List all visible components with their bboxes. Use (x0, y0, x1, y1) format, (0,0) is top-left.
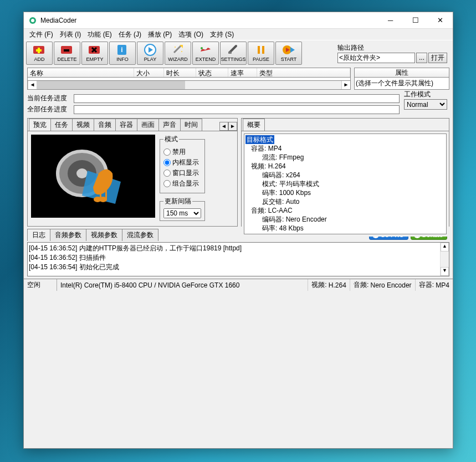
update-interval-title: 更新间隔 (163, 197, 192, 206)
status-audio: 音频: Nero Encoder (350, 279, 416, 291)
summary-tree[interactable]: 目标格式 容器: MP4 混流: FFmpeg 视频: H.264 编码器: x… (244, 134, 447, 234)
tab-video[interactable]: 视频 (72, 119, 94, 131)
tab-audio-params[interactable]: 音频参数 (50, 229, 86, 241)
tree-vbitrate: 码率: 1000 Kbps (245, 188, 445, 197)
main-window: MediaCoder ─ ☐ ✕ 文件 (F) 列表 (I) 功能 (E) 任务… (23, 12, 453, 449)
menu-options[interactable]: 选项 (O) (175, 29, 207, 40)
window-controls: ─ ☐ ✕ (378, 12, 453, 28)
tab-nav: ◄ ► (219, 122, 237, 131)
tab-log[interactable]: 日志 (27, 229, 50, 241)
scroll-down-icon[interactable]: ▼ (441, 267, 449, 276)
tree-vencoder: 编码器: x264 (245, 171, 445, 179)
tab-audio[interactable]: 音频 (94, 119, 116, 131)
tab-picture[interactable]: 画面 (137, 119, 159, 131)
file-list-hscroll[interactable]: ◄ ► (27, 81, 351, 90)
minimize-button[interactable]: ─ (378, 12, 403, 28)
app-icon (28, 16, 37, 25)
start-button[interactable]: START (275, 42, 302, 65)
menu-play[interactable]: 播放 (P) (145, 29, 175, 40)
tab-time[interactable]: 时间 (180, 119, 202, 131)
tab-preview[interactable]: 预览 (29, 119, 51, 131)
tab-sound[interactable]: 声音 (158, 119, 181, 131)
output-path-section: 输出路径 ... 打开 (337, 43, 451, 63)
log-box[interactable]: [04-15 16:36:52] 内建的HTTP服务器已经启动，工作于端口198… (27, 242, 449, 276)
tab-container[interactable]: 容器 (115, 119, 137, 131)
delete-button[interactable]: DELETE (54, 42, 80, 65)
menu-support[interactable]: 支持 (S) (207, 29, 237, 40)
middle-split: 预览 任务 视频 音频 容器 画面 声音 时间 ◄ ► (24, 118, 453, 227)
tree-video: 视频: H.264 (245, 162, 445, 171)
tab-nav-right-icon[interactable]: ► (228, 122, 237, 131)
tab-tasks[interactable]: 任务 (50, 119, 73, 131)
menu-function[interactable]: 功能 (E) (84, 29, 115, 40)
tab-mux-params[interactable]: 混流参数 (122, 229, 158, 241)
upper-content: 名称 大小 时长 状态 速率 类型 ◄ ► 属性 (选择一个文件显示其属性) (24, 65, 453, 90)
pause-button[interactable]: PAUSE (248, 42, 274, 65)
preview-mode-box: 模式 禁用 内框显示 窗口显示 组合显示 (160, 135, 205, 193)
preview-canvas (31, 135, 155, 218)
tree-vinter: 反交错: Auto (245, 197, 445, 206)
svg-rect-18 (262, 46, 264, 54)
status-state: 空闲 (24, 279, 57, 291)
svg-rect-6 (64, 49, 69, 52)
svg-point-13 (175, 47, 176, 48)
settings-button[interactable]: SETTINGS (220, 42, 247, 65)
work-mode-label: 工作模式 (404, 90, 447, 99)
tab-nav-left-icon[interactable]: ◄ (219, 122, 228, 131)
scroll-left-icon[interactable]: ◄ (28, 81, 37, 89)
menu-task[interactable]: 任务 (J) (115, 29, 145, 40)
progress-area: 当前任务进度 全部任务进度 工作模式 Normal (24, 90, 453, 118)
menu-list[interactable]: 列表 (I) (57, 29, 85, 40)
delete-icon (60, 44, 74, 56)
preview-controls: 模式 禁用 内框显示 窗口显示 组合显示 更新间隔 150 ms (160, 135, 205, 223)
mode-combo[interactable]: 组合显示 (163, 179, 201, 188)
col-duration[interactable]: 时长 (164, 68, 196, 77)
properties-body: (选择一个文件显示其属性) (354, 78, 449, 90)
preview-mode-title: 模式 (163, 135, 179, 144)
start-icon (281, 44, 296, 56)
status-container: 容器: MP4 (416, 279, 453, 291)
tree-root: 目标格式 (245, 135, 274, 144)
log-line: [04-15 16:36:54] 初始化已完成 (29, 263, 448, 272)
add-button[interactable]: ADD (26, 42, 53, 65)
preview-tab-content: 模式 禁用 内框显示 窗口显示 组合显示 更新间隔 150 ms (28, 131, 237, 226)
empty-button[interactable]: EMPTY (81, 42, 108, 65)
close-button[interactable]: ✕ (428, 12, 453, 28)
col-rate[interactable]: 速率 (228, 68, 257, 77)
col-name[interactable]: 名称 (28, 68, 134, 77)
mode-window[interactable]: 窗口显示 (163, 168, 201, 178)
extend-button[interactable]: EXTEND (192, 42, 219, 65)
col-size[interactable]: 大小 (134, 68, 164, 77)
wizard-button[interactable]: WIZARD (165, 42, 191, 65)
status-bar: 空闲 Intel(R) Core(TM) i5-8400 CPU / NVIDI… (24, 279, 453, 291)
empty-icon (88, 44, 102, 56)
svg-text:i: i (121, 46, 122, 54)
col-type[interactable]: 类型 (257, 68, 350, 77)
mode-disable[interactable]: 禁用 (163, 147, 201, 157)
maximize-button[interactable]: ☐ (403, 12, 428, 28)
info-button[interactable]: iINFO (109, 42, 136, 65)
tab-summary[interactable]: 概要 (243, 119, 265, 131)
output-browse-button[interactable]: ... (416, 53, 427, 63)
output-open-button[interactable]: 打开 (428, 53, 447, 63)
media-logo-icon (49, 143, 137, 209)
work-mode-select[interactable]: Normal (404, 99, 447, 110)
settings-icon (226, 44, 240, 56)
toolbar: ADD DELETE EMPTY iINFO PLAY WIZARD EXTEN… (24, 40, 453, 65)
output-path-input[interactable] (337, 53, 415, 63)
status-video: 视频: H.264 (308, 279, 350, 291)
scroll-right-icon[interactable]: ► (341, 81, 350, 89)
scroll-thumb[interactable] (37, 81, 185, 89)
play-icon (143, 44, 157, 56)
play-button[interactable]: PLAY (137, 42, 163, 65)
mode-inframe[interactable]: 内框显示 (163, 158, 201, 167)
tab-video-params[interactable]: 视频参数 (86, 229, 122, 241)
file-list: 名称 大小 时长 状态 速率 类型 ◄ ► (27, 68, 351, 90)
menu-file[interactable]: 文件 (F) (26, 29, 57, 40)
col-status[interactable]: 状态 (196, 68, 228, 77)
current-progress-bar (74, 94, 400, 103)
update-interval-select[interactable]: 150 ms (163, 208, 201, 218)
scroll-up-icon[interactable]: ▲ (441, 243, 449, 251)
log-scrollbar[interactable]: ▲ ▼ (440, 243, 449, 276)
current-progress-label: 当前任务进度 (27, 94, 71, 103)
